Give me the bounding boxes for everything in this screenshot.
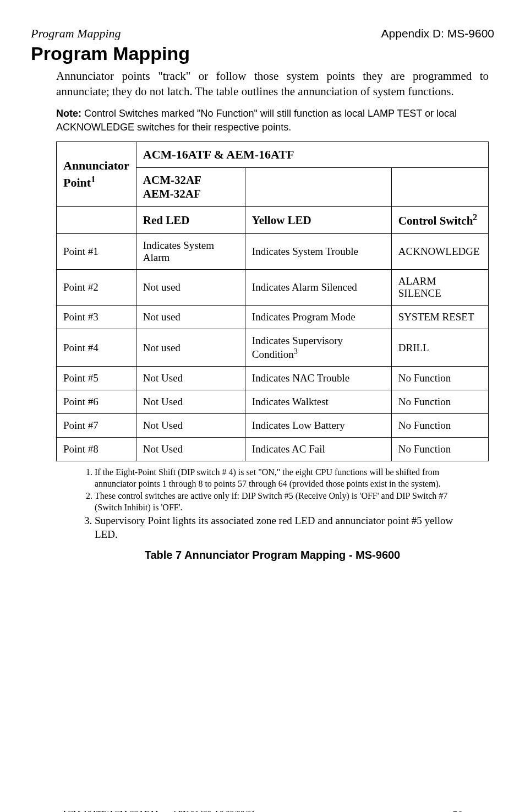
cell-point: Point #1 <box>57 234 136 270</box>
cell-point: Point #8 <box>57 438 136 461</box>
mid-header-blank2 <box>391 168 488 207</box>
cell-yellowled: Indicates Alarm Silenced <box>245 270 391 306</box>
page-footer: ACM-16ATF/ACM-32AF Manual PN 51480:A0 02… <box>62 809 463 812</box>
note-text: Control Switches marked "No Function" wi… <box>56 108 457 132</box>
footnote-1: If the Eight-Point Shift (DIP switch # 4… <box>95 467 472 489</box>
cell-point: Point #6 <box>57 390 136 414</box>
cell-point: Point #5 <box>57 367 136 390</box>
cell-redled: Not Used <box>136 367 245 390</box>
table-row: Point #4 Not used Indicates Supervisory … <box>57 329 489 367</box>
footnote-3: Supervisory Point lights its associated … <box>95 514 472 541</box>
footnote-2: These control switches are active only i… <box>95 491 472 513</box>
cell-yellowled: Indicates Low Battery <box>245 414 391 438</box>
cell-yellowled: Indicates System Trouble <box>245 234 391 270</box>
footer-page-number: 59 <box>452 809 463 812</box>
sub-header-control-switch: Control Switch2 <box>391 207 488 234</box>
cell-redled: Not used <box>136 306 245 329</box>
table-row: Point #5 Not Used Indicates NAC Trouble … <box>57 367 489 390</box>
cell-yellowled-sup: 3 <box>294 347 298 356</box>
sub-header-redled: Red LED <box>136 207 245 234</box>
cell-yellowled: Indicates AC Fail <box>245 438 391 461</box>
footnote-2-text: These control switches are active only i… <box>95 491 447 511</box>
mid-line1: ACM-32AF <box>143 173 201 187</box>
mid-header-acm: ACM-32AF AEM-32AF <box>136 168 245 207</box>
ann-header-sup: 1 <box>91 174 95 184</box>
intro-paragraph: Annunciator points "track" or follow tho… <box>56 69 489 99</box>
cell-redled: Not used <box>136 270 245 306</box>
ann-header-line2: Point <box>63 176 91 190</box>
cell-yellowled: Indicates Program Mode <box>245 306 391 329</box>
table-row: Point #3 Not used Indicates Program Mode… <box>57 306 489 329</box>
cell-redled: Not Used <box>136 414 245 438</box>
cell-control: ACKNOWLEDGE <box>391 234 488 270</box>
header-left: Program Mapping <box>31 26 121 41</box>
cell-redled: Not Used <box>136 438 245 461</box>
table-row: Point #8 Not Used Indicates AC Fail No F… <box>57 438 489 461</box>
cell-point: Point #2 <box>57 270 136 306</box>
sub-header-yellowled: Yellow LED <box>245 207 391 234</box>
cell-yellowled: Indicates NAC Trouble <box>245 367 391 390</box>
table-row: Point #7 Not Used Indicates Low Battery … <box>57 414 489 438</box>
col-annunciator-header: Annunciator Point1 <box>57 142 136 207</box>
sub-ctrl-text: Control Switch <box>398 214 473 227</box>
table-caption: Table 7 Annunciator Program Mapping - MS… <box>56 549 489 562</box>
page-header: Program Mapping Appendix D: MS-9600 <box>31 26 494 41</box>
table-row: Point #2 Not used Indicates Alarm Silenc… <box>57 270 489 306</box>
cell-control: ALARM SILENCE <box>391 270 488 306</box>
header-right: Appendix D: MS-9600 <box>381 27 494 40</box>
cell-control: No Function <box>391 367 488 390</box>
table-row: Point #6 Not Used Indicates Walktest No … <box>57 390 489 414</box>
cell-point: Point #7 <box>57 414 136 438</box>
mid-line2: AEM-32AF <box>143 187 201 200</box>
cell-yellowled: Indicates Supervisory Condition3 <box>245 329 391 367</box>
cell-control: SYSTEM RESET <box>391 306 488 329</box>
ann-header-line1: Annunciator <box>63 159 129 172</box>
note-label: Note: <box>56 108 81 119</box>
section-heading: Program Mapping <box>31 43 494 64</box>
cell-control: No Function <box>391 390 488 414</box>
cell-redled: Not Used <box>136 390 245 414</box>
footnotes-list: If the Eight-Point Shift (DIP switch # 4… <box>84 467 472 541</box>
top-merged-header: ACM-16ATF & AEM-16ATF <box>136 142 488 168</box>
cell-point: Point #4 <box>57 329 136 367</box>
sub-header-blank <box>57 207 136 234</box>
cell-control: DRILL <box>391 329 488 367</box>
mid-header-blank1 <box>245 168 391 207</box>
footer-left: ACM-16ATF/ACM-32AF Manual PN 51480:A0 02… <box>62 809 255 812</box>
cell-point: Point #3 <box>57 306 136 329</box>
cell-control: No Function <box>391 438 488 461</box>
cell-redled: Indicates System Alarm <box>136 234 245 270</box>
note-paragraph: Note: Control Switches marked "No Functi… <box>56 107 489 134</box>
cell-control: No Function <box>391 414 488 438</box>
cell-yellowled: Indicates Walktest <box>245 390 391 414</box>
mapping-table: Annunciator Point1 ACM-16ATF & AEM-16ATF… <box>56 141 489 461</box>
table-row: Point #1 Indicates System Alarm Indicate… <box>57 234 489 270</box>
sub-ctrl-sup: 2 <box>473 212 477 222</box>
cell-redled: Not used <box>136 329 245 367</box>
